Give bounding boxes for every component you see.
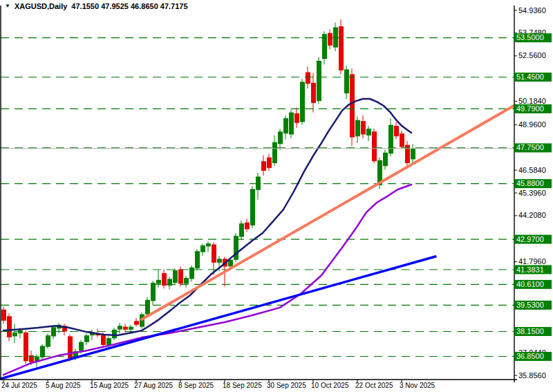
level-price-badge-label: 49.7900 (516, 104, 544, 113)
level-price-badge-label: 51.4500 (516, 73, 544, 81)
candle-body (46, 335, 50, 347)
ohlc-values: 47.1550 47.9525 46.8650 47.7175 (71, 2, 187, 10)
candle-body (173, 270, 178, 283)
candle-body (156, 280, 161, 284)
level-price-badge-label: 36.8500 (516, 352, 544, 360)
time-tick-label: 18 Sep 2025 (223, 382, 262, 389)
candle-body (300, 82, 305, 122)
candle-body (366, 129, 371, 136)
candle-body (106, 338, 111, 345)
candle-body (388, 125, 393, 154)
candle-body (129, 327, 133, 330)
candle-body (245, 223, 250, 230)
candle-body (217, 259, 222, 263)
candle-body (411, 149, 415, 160)
chart-canvas[interactable]: 54.936053.748052.560050.184048.960046.58… (0, 0, 553, 392)
symbol-timeframe-label: XAGUSD,Daily (15, 2, 67, 10)
candle-body (355, 120, 360, 137)
candle-body (283, 118, 288, 133)
candle-body (317, 61, 321, 101)
price-tick-label: 45.3960 (518, 189, 546, 197)
candle-body (239, 223, 244, 236)
candle-body (24, 333, 28, 362)
candle-body (350, 74, 355, 137)
time-tick-label: 24 Jul 2025 (1, 382, 37, 389)
candlestick-chart[interactable]: 54.936053.748052.560050.184048.960046.58… (0, 0, 553, 392)
time-tick-label: 3 Nov 2025 (400, 382, 435, 389)
time-tick-label: 10 Oct 2025 (311, 382, 349, 389)
candle-body (361, 121, 366, 134)
level-price-badge-label: 53.5000 (516, 33, 544, 41)
candle-body (272, 142, 277, 163)
candle-body (189, 268, 194, 279)
candle-body (84, 335, 89, 342)
candle-body (1, 310, 6, 321)
candle-body (333, 28, 338, 48)
price-tick-label: 54.9360 (518, 6, 546, 15)
candle-body (344, 69, 349, 93)
level-price-badge-label: 47.7500 (516, 143, 544, 151)
candle-body (112, 330, 117, 339)
candle-body (311, 83, 316, 103)
price-tick-label: 52.5600 (518, 51, 546, 59)
chart-window: ▼ XAGUSD,Daily 47.1550 47.9525 46.8650 4… (0, 0, 553, 392)
candle-body (278, 131, 283, 144)
level-price-badge-label: 38.1500 (516, 327, 544, 335)
candle-body (101, 335, 106, 345)
price-tick-label: 41.7960 (518, 257, 546, 265)
time-tick-label: 27 Aug 2025 (134, 382, 174, 389)
time-tick-label: 5 Aug 2025 (46, 382, 81, 389)
candle-body (68, 336, 73, 358)
candle-body (79, 342, 84, 351)
candle-body (12, 333, 17, 337)
price-tick-label: 48.9600 (518, 120, 546, 129)
time-tick-label: 22 Oct 2025 (355, 382, 393, 389)
time-tick-label: 30 Sep 2025 (267, 382, 306, 389)
candle-body (306, 73, 310, 84)
price-tick-label: 44.2080 (518, 211, 546, 219)
candle-body (178, 270, 183, 284)
candle-body (134, 321, 139, 325)
candle-body (118, 326, 122, 330)
candle-body (7, 316, 12, 337)
candle-body (145, 300, 150, 315)
price-tick-label: 35.8560 (518, 371, 546, 380)
candle-body (383, 153, 388, 166)
time-tick-label: 15 Aug 2025 (90, 382, 129, 389)
candle-body (372, 131, 377, 161)
candle-body (328, 33, 332, 46)
level-price-badge-label: 41.3831 (516, 265, 544, 274)
candle-body (267, 158, 272, 168)
level-price-badge-label: 39.5300 (516, 301, 544, 309)
candle-body (212, 245, 216, 263)
candle-body (195, 251, 200, 268)
candle-body (294, 113, 299, 123)
candle-body (250, 189, 255, 225)
candle-body (400, 133, 404, 147)
level-price-badge-label: 42.9700 (516, 235, 544, 243)
level-price-badge-label: 45.8800 (516, 179, 544, 187)
price-tick-label: 46.5840 (518, 166, 546, 174)
dropdown-arrow-icon[interactable]: ▼ (5, 3, 10, 9)
candle-body (162, 273, 167, 286)
time-tick-label: 8 Sep 2025 (178, 382, 214, 389)
candle-body (40, 346, 45, 357)
candle-body (151, 283, 156, 301)
symbol-info-bar: ▼ XAGUSD,Daily 47.1550 47.9525 46.8650 4… (5, 2, 188, 10)
candle-body (261, 161, 266, 171)
level-price-badge-label: 40.6100 (516, 280, 544, 288)
candle-body (200, 245, 205, 252)
candle-body (184, 278, 189, 283)
candle-body (123, 327, 128, 330)
candle-body (394, 126, 399, 136)
candle-body (339, 26, 344, 71)
candle-body (289, 113, 294, 135)
candle-body (206, 243, 211, 246)
candle-body (51, 327, 56, 336)
